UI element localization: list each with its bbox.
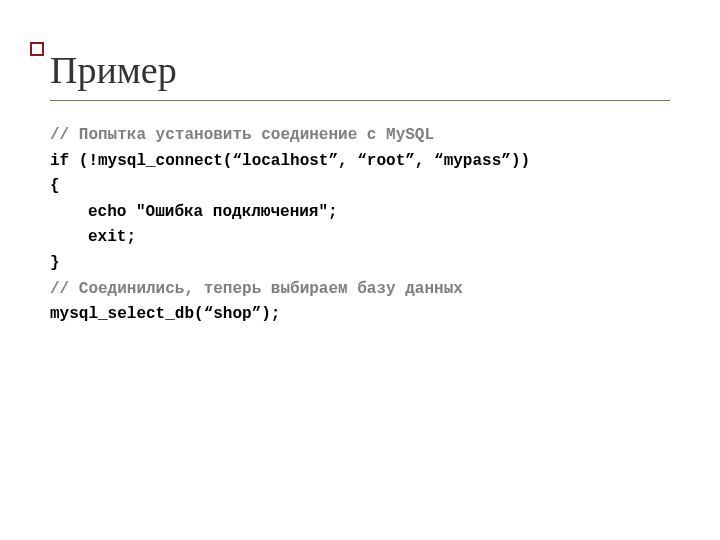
code-line-echo: echo "Ошибка подключения"; (50, 200, 670, 226)
code-comment-2: // Соединились, теперь выбираем базу дан… (50, 277, 670, 303)
code-block: // Попытка установить соединение с MySQL… (50, 123, 670, 328)
slide-container: Пример // Попытка установить соединение … (0, 0, 720, 540)
code-line-brace-open: { (50, 174, 670, 200)
code-line-brace-close: } (50, 251, 670, 277)
code-line-exit: exit; (50, 225, 670, 251)
title-underline (50, 100, 670, 101)
slide-title: Пример (50, 30, 670, 92)
title-bullet-marker (30, 42, 44, 56)
code-line-if: if (!mysql_connect(“localhost”, “root”, … (50, 149, 670, 175)
code-line-select-db: mysql_select_db(“shop”); (50, 302, 670, 328)
code-comment-1: // Попытка установить соединение с MySQL (50, 123, 670, 149)
